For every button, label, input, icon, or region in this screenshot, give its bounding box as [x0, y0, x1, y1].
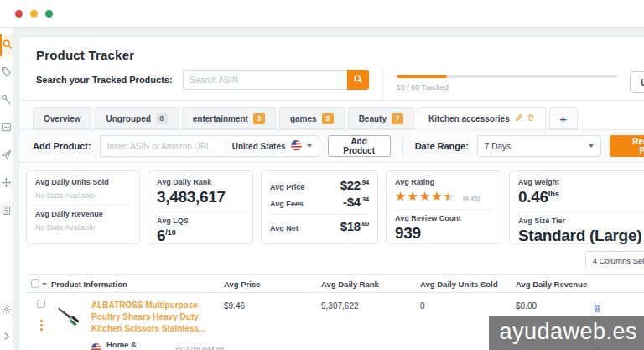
stat-card-rank-lqs: Avg Daily Rank 3,483,617 Avg LQS 6/10: [148, 170, 253, 244]
window-titlebar: [0, 0, 644, 28]
product-image: [51, 300, 85, 333]
stat-value: $18.60: [340, 219, 369, 233]
column-header-price[interactable]: Avg Price: [224, 279, 321, 289]
tag-icon: [1, 65, 12, 81]
stat-label: Avg Price: [270, 183, 304, 191]
add-product-button[interactable]: Add Product: [328, 135, 391, 157]
chevron-down-icon: [589, 144, 594, 148]
stat-card-weight-sizetier: Avg Weight 0.46lbs Avg Size Tier Standar…: [509, 170, 644, 244]
tab-entertainment[interactable]: entertainment 3: [182, 107, 276, 129]
gear-icon[interactable]: [1, 303, 12, 318]
column-header-product[interactable]: Product Information: [51, 279, 224, 289]
tab-label: Beauty: [359, 114, 387, 123]
search-label: Search your Tracked Products:: [36, 75, 173, 85]
search-button[interactable]: [347, 70, 369, 90]
stat-value: -$4.34: [343, 195, 369, 209]
product-asin: B077BD6M3H: [175, 345, 224, 350]
tracked-products-search: [183, 70, 369, 90]
tab-label: games: [290, 114, 317, 123]
close-window-button[interactable]: [15, 10, 23, 18]
key-icon: [1, 93, 12, 108]
sidebar: [0, 28, 13, 350]
stat-label: Avg Size Tier: [518, 217, 644, 225]
stat-label: Avg Net: [270, 224, 299, 232]
tracked-quota-progressbar: [397, 75, 619, 78]
search-icon: [2, 38, 13, 53]
tab-kitchen-accessories[interactable]: Kitchen accessories: [418, 107, 546, 129]
add-group-tab[interactable]: +: [549, 107, 578, 129]
search-icon: [353, 74, 363, 86]
columns-selector[interactable]: 4 Columns Selected: [585, 251, 644, 269]
group-tabs: Overview Ungrouped 0 entertainment 3 gam…: [19, 101, 644, 129]
sidebar-item-key[interactable]: [0, 90, 13, 112]
tab-label: Ungrouped: [106, 114, 150, 123]
sidebar-item-launch[interactable]: [0, 145, 13, 167]
add-product-label: Add Product:: [33, 141, 91, 151]
stat-value-muted: No Data Available: [35, 223, 131, 232]
asin-input[interactable]: [101, 136, 225, 156]
edit-group-icon[interactable]: [515, 113, 523, 123]
tab-ungrouped[interactable]: Ungrouped 0: [95, 107, 178, 129]
stat-label: Avg Fees: [270, 200, 304, 208]
stat-value-muted: No Data Available: [35, 191, 131, 200]
stat-value: $22.94: [340, 178, 369, 192]
column-header-revenue[interactable]: Avg Daily Revenue: [516, 279, 593, 289]
tab-label: Kitchen accessories: [428, 114, 510, 123]
stat-label: Avg LQS: [157, 217, 244, 225]
sidebar-item-tag[interactable]: [0, 62, 13, 84]
sidebar-item-search[interactable]: [0, 34, 13, 56]
row-menu-icon[interactable]: [40, 320, 43, 331]
date-range-select[interactable]: 7 Days: [477, 135, 601, 157]
page-title: Product Tracker: [36, 48, 644, 62]
tab-count-badge: 3: [322, 113, 334, 124]
tab-games[interactable]: games 3: [279, 107, 345, 129]
us-flag-icon: [91, 342, 101, 350]
tab-count-badge: 0: [156, 113, 168, 124]
columns-selector-value: 4 Columns Selected: [593, 256, 644, 265]
listing-icon: [1, 121, 12, 136]
column-header-units[interactable]: Avg Daily Units Sold: [420, 279, 516, 289]
delete-group-icon[interactable]: [527, 113, 535, 123]
sidebar-item-listing[interactable]: [0, 118, 13, 139]
upgrade-now-button[interactable]: Upgrade Now: [630, 71, 644, 93]
stat-label: Avg Daily Revenue: [35, 210, 131, 218]
stat-value: 3,483,617: [157, 188, 244, 206]
delete-row-icon[interactable]: [593, 301, 616, 316]
stat-card-units-revenue: Avg Daily Units Sold No Data Available A…: [26, 170, 140, 244]
recommend-products-button[interactable]: Recommend Products: [610, 135, 644, 157]
stats-cards: Avg Daily Units Sold No Data Available A…: [19, 163, 644, 249]
tab-count-badge: 3: [253, 113, 265, 124]
stat-card-rating-reviews: Avg Rating ★★★★★★★★★★ (4.45) Avg Review …: [386, 170, 501, 244]
cell-avg-daily-units-sold: 0: [420, 300, 516, 311]
tab-overview[interactable]: Overview: [33, 107, 91, 129]
stat-value: 939: [395, 224, 492, 243]
product-title-link[interactable]: ALBATROSS Multipurpose Poultry Shears He…: [91, 300, 224, 335]
sidebar-item-operations[interactable]: [0, 173, 13, 195]
search-input[interactable]: [183, 70, 347, 90]
product-category: Home & Kitchen: [106, 340, 164, 350]
sidebar-item-calculator[interactable]: [0, 201, 13, 222]
workspace: Product Tracker Search your Tracked Prod…: [0, 28, 644, 350]
add-product-row: Add Product: United States Add Product D…: [19, 129, 644, 163]
row-checkbox[interactable]: [37, 300, 45, 308]
cell-avg-daily-rank: 9,307,622: [321, 300, 420, 311]
main-content: Product Tracker Search your Tracked Prod…: [13, 28, 644, 350]
asin-input-group: United States: [100, 135, 319, 157]
calculator-icon: [1, 204, 12, 219]
stat-label: Avg Daily Units Sold: [35, 178, 131, 186]
zoom-window-button[interactable]: [45, 10, 53, 18]
stat-label: Avg Rating: [395, 178, 492, 186]
marketplace-selector[interactable]: United States: [225, 136, 319, 156]
rating-stars-fill: ★★★★★: [395, 190, 449, 202]
stat-value: Standard (Large): [518, 227, 644, 245]
minimize-window-button[interactable]: [30, 10, 38, 18]
sidebar-expand-icon[interactable]: [1, 330, 12, 345]
rating-number: (4.45): [463, 195, 480, 202]
column-header-rank[interactable]: Avg Daily Rank: [321, 279, 420, 289]
select-menu-caret-icon[interactable]: [42, 283, 47, 285]
stat-label: Avg Review Count: [395, 214, 492, 222]
tab-beauty[interactable]: Beauty 7: [348, 107, 414, 129]
tab-label: entertainment: [193, 114, 248, 123]
select-all-checkbox[interactable]: [31, 279, 39, 288]
stat-label: Avg Daily Rank: [157, 178, 244, 186]
